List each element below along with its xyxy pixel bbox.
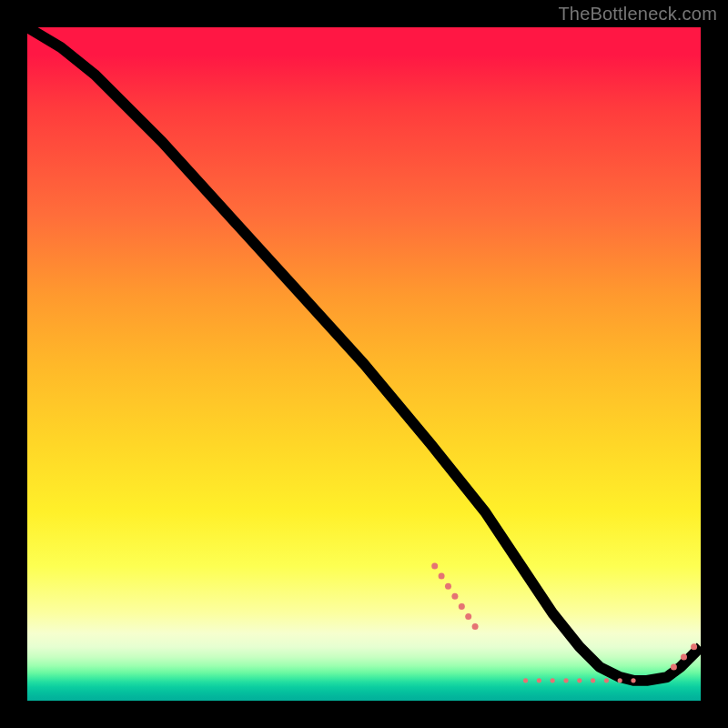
data-marker — [431, 562, 438, 569]
data-marker — [563, 678, 568, 682]
data-marker — [618, 678, 622, 682]
data-marker — [523, 678, 528, 682]
data-marker — [451, 593, 458, 600]
data-marker — [631, 678, 635, 682]
plot-area — [27, 27, 701, 701]
data-marker — [439, 573, 445, 580]
data-marker — [459, 603, 465, 610]
main-curve — [27, 27, 701, 681]
plot-svg — [27, 27, 701, 701]
data-marker — [465, 613, 471, 620]
data-marker — [681, 653, 687, 660]
data-marker — [577, 678, 581, 682]
data-marker — [537, 678, 541, 682]
data-marker — [445, 583, 451, 590]
data-marker — [472, 623, 479, 630]
data-marker — [671, 663, 677, 670]
data-marker — [691, 643, 697, 650]
data-marker — [604, 678, 609, 682]
data-marker — [551, 678, 555, 682]
data-marker — [591, 678, 595, 682]
watermark-text: TheBottleneck.com — [558, 4, 717, 25]
chart-stage: TheBottleneck.com — [0, 0, 728, 728]
